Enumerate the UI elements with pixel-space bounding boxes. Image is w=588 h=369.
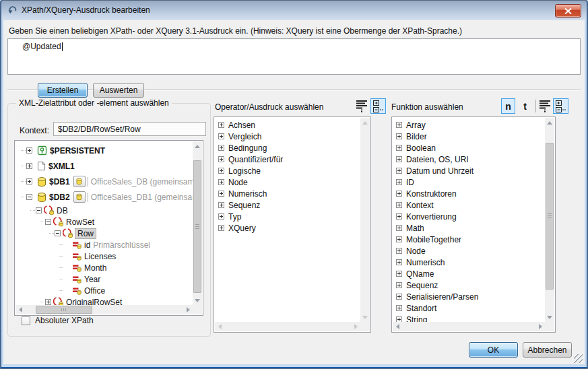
- expand-plus-icon[interactable]: [396, 225, 402, 231]
- resize-grip[interactable]: [574, 354, 583, 363]
- expand-plus-icon[interactable]: [396, 271, 402, 277]
- function-item-array[interactable]: Array: [393, 119, 545, 131]
- function-horizontal-scrollbar[interactable]: [393, 322, 545, 331]
- hierarchical-view-icon[interactable]: [553, 98, 568, 114]
- expand-plus-icon[interactable]: [218, 225, 224, 231]
- function-item-boolean[interactable]: Boolean: [393, 142, 545, 154]
- expand-plus-icon[interactable]: [218, 133, 224, 139]
- expand-plus-icon[interactable]: [396, 145, 402, 151]
- tree-hscroll-thumb[interactable]: [36, 306, 92, 314]
- operator-item-xquery[interactable]: XQuery: [215, 222, 360, 234]
- database-badge-icon[interactable]: [73, 191, 86, 203]
- expand-plus-icon[interactable]: [218, 168, 224, 174]
- expand-plus-icon[interactable]: [396, 156, 402, 162]
- expand-plus-icon[interactable]: [45, 299, 51, 305]
- function-item-id[interactable]: ID: [393, 176, 545, 188]
- operator-item-achsen[interactable]: Achsen: [215, 119, 360, 131]
- expand-plus-icon[interactable]: [218, 156, 224, 162]
- expand-plus-icon[interactable]: [396, 133, 402, 139]
- tree-item-originalrowset[interactable]: OriginalRowSet: [15, 296, 193, 305]
- tree-horizontal-scrollbar[interactable]: [15, 305, 193, 314]
- scroll-right-icon[interactable]: [351, 322, 360, 331]
- function-item-numerisch[interactable]: Numerisch: [393, 257, 545, 268]
- scroll-down-icon[interactable]: [193, 296, 202, 305]
- namespace-toggle-n[interactable]: n: [501, 98, 515, 114]
- operator-item-sequenz[interactable]: Sequenz: [215, 199, 360, 211]
- scroll-left-icon[interactable]: [215, 322, 224, 331]
- function-item-kontext[interactable]: Kontext: [393, 199, 545, 211]
- title-bar[interactable]: XPath/XQuery-Ausdruck bearbeiten: [1, 1, 587, 20]
- scroll-up-icon[interactable]: [193, 141, 202, 151]
- expand-plus-icon[interactable]: [396, 202, 402, 208]
- function-item-bilder[interactable]: Bilder: [393, 131, 545, 142]
- operator-item-logische[interactable]: Logische: [215, 165, 360, 176]
- scroll-right-icon[interactable]: [183, 305, 193, 314]
- scroll-down-icon[interactable]: [545, 312, 554, 322]
- tree-vertical-scrollbar[interactable]: [193, 141, 202, 305]
- tree-scroll-thumb[interactable]: [193, 160, 201, 293]
- cancel-button[interactable]: Abbrechen: [523, 342, 572, 358]
- ok-button[interactable]: OK: [469, 342, 518, 358]
- auswerten-button[interactable]: Auswerten: [93, 83, 144, 98]
- expand-plus-icon[interactable]: [26, 163, 32, 169]
- flat-list-icon[interactable]: [537, 98, 553, 114]
- function-item-qname[interactable]: QName: [393, 268, 545, 279]
- expand-plus-icon[interactable]: [396, 259, 402, 265]
- expand-plus-icon[interactable]: [396, 191, 402, 197]
- expand-plus-icon[interactable]: [396, 305, 402, 311]
- tree-item-xml1[interactable]: $XML1: [15, 158, 193, 174]
- tree-item-db2[interactable]: $DB2OfficeSales_DB1 (gemeinsam: [15, 189, 193, 205]
- function-item-konstruktoren[interactable]: Konstruktoren: [393, 188, 545, 199]
- expand-plus-icon[interactable]: [396, 122, 402, 128]
- function-item-math[interactable]: Math: [393, 222, 545, 234]
- scroll-up-icon[interactable]: [545, 118, 554, 127]
- function-item-mobiletogether[interactable]: MobileTogether: [393, 234, 545, 245]
- collapse-minus-icon[interactable]: [45, 219, 51, 225]
- tree-item-persistent[interactable]: $PERSISTENT: [15, 143, 193, 158]
- expand-plus-icon[interactable]: [396, 294, 402, 300]
- function-item-datum-und-uhrzeit[interactable]: Datum und Uhrzeit: [393, 165, 545, 176]
- function-item-string[interactable]: String: [393, 314, 545, 322]
- type-toggle-t[interactable]: t: [518, 98, 532, 114]
- scroll-right-icon[interactable]: [535, 322, 545, 331]
- expand-plus-icon[interactable]: [218, 202, 224, 208]
- tree-item-rowset[interactable]: RowSet: [15, 216, 193, 228]
- expand-plus-icon[interactable]: [218, 145, 224, 151]
- expand-plus-icon[interactable]: [396, 179, 402, 185]
- expand-plus-icon[interactable]: [26, 147, 32, 154]
- function-item-node[interactable]: Node: [393, 245, 545, 257]
- collapse-minus-icon[interactable]: [26, 194, 32, 200]
- function-item-standort[interactable]: Standort: [393, 302, 545, 314]
- operator-vertical-scrollbar[interactable]: [360, 118, 370, 322]
- close-button[interactable]: [555, 4, 581, 18]
- tree-item-office[interactable]: Office: [15, 285, 193, 296]
- expand-plus-icon[interactable]: [218, 191, 224, 197]
- expand-plus-icon[interactable]: [396, 248, 402, 254]
- scroll-up-icon[interactable]: [360, 118, 370, 127]
- tree-item-month[interactable]: Month: [15, 262, 193, 273]
- function-item-konvertierung[interactable]: Konvertierung: [393, 211, 545, 222]
- tree-item-id[interactable]: idPrimärschlüssel: [15, 239, 193, 250]
- expand-plus-icon[interactable]: [396, 236, 402, 242]
- expand-plus-icon[interactable]: [396, 316, 402, 322]
- collapse-minus-icon[interactable]: [36, 207, 42, 213]
- expand-plus-icon[interactable]: [396, 168, 402, 174]
- tree-item-row[interactable]: Row: [15, 228, 193, 239]
- database-badge-icon[interactable]: [73, 176, 86, 187]
- expression-input[interactable]: @Updated: [7, 38, 581, 75]
- scroll-left-icon[interactable]: [393, 322, 402, 331]
- tree-item-year[interactable]: Year: [15, 273, 193, 285]
- expand-plus-icon[interactable]: [396, 213, 402, 220]
- operator-item-quantifiziert-f-r[interactable]: Quantifiziert/für: [215, 154, 360, 165]
- scroll-down-icon[interactable]: [360, 312, 370, 322]
- operator-item-numerisch[interactable]: Numerisch: [215, 188, 360, 199]
- operator-item-typ[interactable]: Typ: [215, 211, 360, 222]
- operator-item-node[interactable]: Node: [215, 176, 360, 188]
- expand-plus-icon[interactable]: [218, 179, 224, 185]
- function-item-serialisieren-parsen[interactable]: Serialisieren/Parsen: [393, 291, 545, 302]
- scroll-left-icon[interactable]: [15, 305, 25, 314]
- function-item-sequenz[interactable]: Sequenz: [393, 279, 545, 291]
- tree-item-licenses[interactable]: Licenses: [15, 250, 193, 262]
- absolute-xpath-checkbox[interactable]: [22, 316, 30, 325]
- tree-item-db[interactable]: DB: [15, 205, 193, 216]
